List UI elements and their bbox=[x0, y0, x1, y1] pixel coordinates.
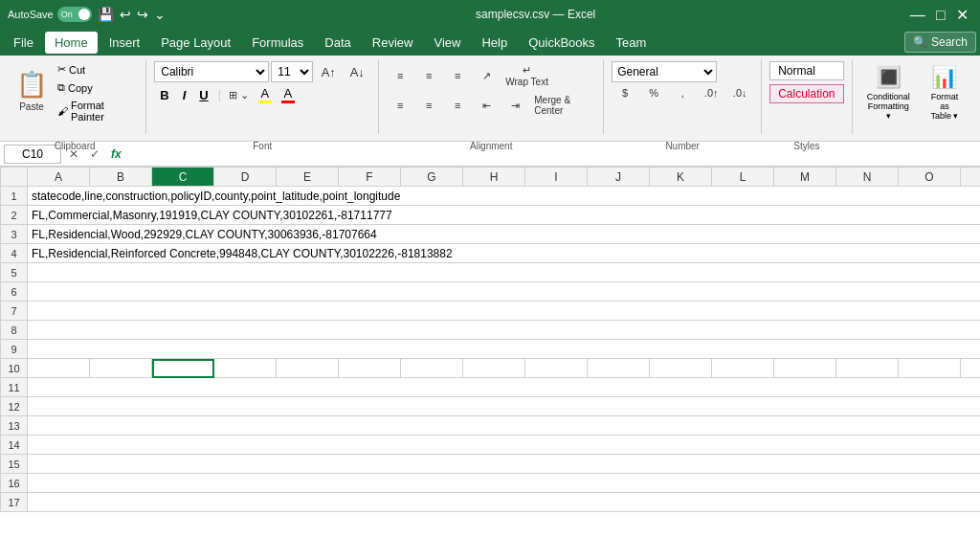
style-normal-btn[interactable]: Normal bbox=[769, 61, 843, 80]
cell[interactable] bbox=[588, 359, 650, 378]
redo-icon[interactable]: ↪ bbox=[137, 7, 148, 22]
currency-btn[interactable]: $ bbox=[612, 84, 638, 101]
cell[interactable] bbox=[28, 263, 981, 282]
undo-icon[interactable]: ↩ bbox=[120, 7, 131, 22]
spreadsheet-container[interactable]: A B C D E F G H I J K L M N O P 1stateco… bbox=[0, 167, 980, 537]
maximize-btn[interactable]: □ bbox=[936, 7, 946, 23]
menu-data[interactable]: Data bbox=[315, 32, 360, 54]
cell[interactable] bbox=[28, 340, 981, 359]
align-top-left-btn[interactable]: ≡ bbox=[387, 67, 413, 84]
comma-btn[interactable]: , bbox=[669, 84, 696, 101]
cut-button[interactable]: ✂ Cut bbox=[54, 61, 138, 78]
format-as-table-btn[interactable]: 📊 Format asTable ▾ bbox=[921, 61, 969, 124]
cell[interactable] bbox=[28, 321, 981, 340]
paste-button[interactable]: 📋 Paste bbox=[11, 61, 52, 121]
more-icon[interactable]: ⌄ bbox=[154, 7, 166, 22]
wrap-text-btn[interactable]: ↵ Wrap Text bbox=[501, 61, 552, 90]
col-header-j[interactable]: J bbox=[588, 168, 650, 187]
menu-team[interactable]: Team bbox=[607, 32, 657, 54]
menu-help[interactable]: Help bbox=[472, 32, 517, 54]
cell[interactable] bbox=[28, 397, 981, 416]
cell[interactable] bbox=[961, 359, 981, 378]
cell[interactable]: FL,Residencial,Reinforced Concrete,99484… bbox=[28, 244, 981, 263]
font-size-decrease-btn[interactable]: A↓ bbox=[344, 62, 370, 82]
align-bottom-left-btn[interactable]: ≡ bbox=[387, 97, 413, 114]
cell[interactable] bbox=[28, 436, 981, 455]
font-size-increase-btn[interactable]: A↑ bbox=[315, 62, 342, 82]
number-format-select[interactable]: General bbox=[612, 61, 717, 82]
menu-view[interactable]: View bbox=[424, 32, 470, 54]
borders-button[interactable]: ⊞ ⌄ bbox=[225, 86, 253, 104]
col-header-i[interactable]: I bbox=[525, 168, 588, 187]
selected-cell[interactable] bbox=[152, 359, 214, 378]
col-header-p[interactable]: P bbox=[961, 168, 981, 187]
col-header-a[interactable]: A bbox=[28, 168, 90, 187]
cell[interactable] bbox=[28, 282, 981, 302]
orientation-btn[interactable]: ↗ bbox=[473, 67, 500, 85]
col-header-k[interactable]: K bbox=[650, 168, 712, 187]
cell[interactable] bbox=[28, 302, 981, 321]
decimal-increase-btn[interactable]: .0↑ bbox=[698, 84, 724, 101]
autosave-toggle[interactable]: AutoSave On bbox=[8, 7, 92, 22]
underline-button[interactable]: U bbox=[193, 85, 213, 105]
format-painter-button[interactable]: 🖌 Format Painter bbox=[54, 98, 138, 124]
col-header-h[interactable]: H bbox=[463, 168, 525, 187]
cell[interactable] bbox=[28, 455, 981, 474]
font-name-select[interactable]: Calibri bbox=[154, 61, 269, 82]
cell[interactable] bbox=[650, 359, 712, 378]
align-top-right-btn[interactable]: ≡ bbox=[444, 67, 471, 84]
indent-decrease-btn[interactable]: ⇤ bbox=[473, 97, 500, 115]
cell[interactable]: statecode,line,construction,policyID,cou… bbox=[28, 187, 981, 206]
cell[interactable] bbox=[28, 416, 981, 436]
cell[interactable] bbox=[401, 359, 463, 378]
cell[interactable] bbox=[836, 359, 899, 378]
cell[interactable] bbox=[712, 359, 774, 378]
cell[interactable] bbox=[214, 359, 277, 378]
highlight-color-button[interactable]: A bbox=[255, 84, 276, 105]
percent-btn[interactable]: % bbox=[640, 84, 667, 101]
col-header-f[interactable]: F bbox=[339, 168, 401, 187]
menu-review[interactable]: Review bbox=[363, 32, 423, 54]
style-calculation-btn[interactable]: Calculation bbox=[769, 84, 843, 103]
col-header-n[interactable]: N bbox=[836, 168, 899, 187]
cell[interactable] bbox=[277, 359, 339, 378]
align-top-center-btn[interactable]: ≡ bbox=[415, 67, 442, 84]
cell[interactable] bbox=[28, 359, 90, 378]
search-box[interactable]: 🔍 Search bbox=[904, 32, 976, 53]
col-header-e[interactable]: E bbox=[277, 168, 339, 187]
menu-home[interactable]: Home bbox=[45, 32, 98, 54]
copy-button[interactable]: ⧉ Copy bbox=[54, 79, 138, 96]
minimize-btn[interactable]: — bbox=[910, 7, 925, 23]
save-icon[interactable]: 💾 bbox=[98, 7, 114, 22]
menu-quickbooks[interactable]: QuickBooks bbox=[519, 32, 604, 54]
menu-file[interactable]: File bbox=[4, 32, 43, 54]
conditional-formatting-btn[interactable]: 🔳 ConditionalFormatting ▾ bbox=[860, 61, 917, 124]
cell[interactable] bbox=[899, 359, 961, 378]
indent-increase-btn[interactable]: ⇥ bbox=[501, 97, 528, 115]
col-header-c[interactable]: C bbox=[152, 168, 214, 187]
cell[interactable]: FL,Residencial,Wood,292929,CLAY COUNTY,3… bbox=[28, 225, 981, 244]
cell[interactable] bbox=[339, 359, 401, 378]
align-bottom-right-btn[interactable]: ≡ bbox=[444, 97, 471, 114]
col-header-d[interactable]: D bbox=[214, 168, 277, 187]
bold-button[interactable]: B bbox=[154, 85, 174, 105]
cell[interactable] bbox=[774, 359, 836, 378]
col-header-g[interactable]: G bbox=[401, 168, 463, 187]
menu-formulas[interactable]: Formulas bbox=[242, 32, 313, 54]
col-header-b[interactable]: B bbox=[90, 168, 152, 187]
cell[interactable] bbox=[525, 359, 588, 378]
cell[interactable] bbox=[90, 359, 152, 378]
col-header-l[interactable]: L bbox=[712, 168, 774, 187]
italic-button[interactable]: I bbox=[177, 85, 192, 105]
close-btn[interactable]: ✕ bbox=[956, 7, 969, 23]
font-color-button[interactable]: A bbox=[278, 84, 299, 105]
font-size-select[interactable]: 11 bbox=[271, 61, 313, 82]
autosave-pill[interactable]: On bbox=[57, 7, 92, 22]
merge-center-btn[interactable]: Merge & Center bbox=[530, 92, 595, 119]
cell[interactable]: FL,Commercial,Masonry,191919,CLAY COUNTY… bbox=[28, 206, 981, 225]
decimal-decrease-btn[interactable]: .0↓ bbox=[726, 84, 753, 101]
cell[interactable] bbox=[28, 493, 981, 512]
cell[interactable] bbox=[463, 359, 525, 378]
cell[interactable] bbox=[28, 474, 981, 493]
menu-page-layout[interactable]: Page Layout bbox=[151, 32, 240, 54]
